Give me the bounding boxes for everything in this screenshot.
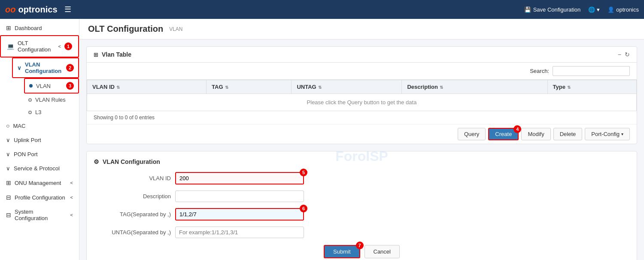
- sidebar-item-label: PON Port: [14, 151, 38, 157]
- sidebar-item-olt-config[interactable]: 💻 OLT Configuration < 1: [0, 35, 79, 57]
- sidebar-item-vlan-config[interactable]: ∨ VLAN Configuration 2: [12, 57, 79, 78]
- system-icon: ⊟: [6, 212, 11, 218]
- sidebar-item-label: Uplink Port: [14, 137, 41, 143]
- logo-text: oo: [5, 5, 15, 15]
- modify-button[interactable]: Modify: [521, 128, 550, 140]
- vlan-config-title: VLAN Configuration: [103, 158, 160, 165]
- delete-button[interactable]: Delete: [553, 128, 583, 140]
- sidebar-item-profile-config[interactable]: ⊟ Profile Configuration <: [0, 190, 79, 205]
- hamburger-icon[interactable]: ☰: [64, 5, 71, 14]
- refresh-button[interactable]: ↻: [625, 51, 630, 58]
- dashboard-icon: ⊞: [6, 24, 11, 31]
- save-config-label: Save Configuration: [533, 6, 581, 13]
- search-bar: Search:: [87, 63, 637, 80]
- sidebar-item-pon-port[interactable]: ∨ PON Port: [0, 147, 79, 161]
- sort-description[interactable]: ⇅: [440, 85, 443, 90]
- sidebar-item-system-config[interactable]: ⊟ System Configuration <: [0, 205, 79, 225]
- onu-icon: ⊞: [6, 179, 11, 186]
- untag-input[interactable]: [175, 227, 304, 238]
- submit-wrapper: Submit 7: [324, 245, 360, 258]
- sidebar-item-uplink-port[interactable]: ∨ Uplink Port: [0, 133, 79, 147]
- form-actions: Submit 7 Cancel: [94, 245, 630, 258]
- dropdown-arrow-icon: ▾: [621, 132, 623, 136]
- user-icon: 👤: [608, 6, 614, 13]
- col-untag: UNTAG⇅: [292, 80, 402, 94]
- sort-tag[interactable]: ⇅: [225, 85, 228, 90]
- mac-icon: ○: [6, 122, 9, 129]
- badge-2: 2: [66, 64, 74, 72]
- port-config-button[interactable]: Port-Config ▾: [585, 128, 630, 140]
- sidebar-item-label: System Configuration: [15, 209, 67, 221]
- badge-6: 6: [300, 205, 307, 212]
- badge-7: 7: [356, 242, 364, 249]
- topnav: oooptronics ☰ 💾 Save Configuration 🌐 ▾ 👤…: [0, 0, 644, 19]
- tag-input[interactable]: [175, 208, 304, 221]
- olt-arrow: <: [58, 44, 61, 49]
- query-button[interactable]: Query: [458, 128, 486, 140]
- save-config-button[interactable]: 💾 Save Configuration: [524, 6, 581, 13]
- card-title: Vlan Table: [102, 51, 131, 58]
- vlan-id-label: VLAN ID: [94, 175, 171, 181]
- sidebar-sub-vlan: VLAN 3 VLAN Rules L3: [12, 78, 79, 118]
- sidebar-item-label: ONU Management: [15, 180, 61, 186]
- page-title: OLT Configuration: [88, 24, 163, 34]
- sidebar-item-onu-management[interactable]: ⊞ ONU Management <: [0, 175, 79, 190]
- search-input[interactable]: [553, 66, 630, 76]
- sort-untag[interactable]: ⇅: [318, 85, 322, 90]
- system-arrow: <: [70, 212, 73, 218]
- sidebar-item-service-protocol[interactable]: ∨ Service & Protocol: [0, 161, 79, 175]
- user-menu[interactable]: 👤 optronics: [608, 6, 639, 13]
- form-row-vlan-id: VLAN ID 5: [94, 172, 630, 184]
- col-type: Type⇅: [547, 80, 636, 94]
- vlan-id-field-wrapper: 5: [175, 172, 304, 184]
- vlan-config-form: ⚙ VLAN Configuration VLAN ID 5 Descripti…: [86, 151, 637, 260]
- table-header: VLAN ID⇅ TAG⇅ UNTAG⇅ Description⇅ Type⇅: [87, 80, 637, 94]
- vlan-config-header: ⚙ VLAN Configuration: [94, 158, 630, 165]
- badge-3: 3: [66, 82, 74, 90]
- save-icon: 💾: [524, 6, 531, 13]
- badge-5: 5: [300, 169, 307, 176]
- sort-vlan-id[interactable]: ⇅: [116, 85, 120, 90]
- create-button[interactable]: Create 4: [488, 128, 519, 140]
- vlan-table-card: ⊞ Vlan Table − ↻ Search:: [86, 46, 637, 144]
- vlan-table: VLAN ID⇅ TAG⇅ UNTAG⇅ Description⇅ Type⇅ …: [87, 80, 637, 111]
- col-vlan-id: VLAN ID⇅: [87, 80, 207, 94]
- form-row-description: Description: [94, 190, 630, 202]
- username-label: optronics: [616, 6, 639, 13]
- profile-arrow: <: [70, 195, 73, 200]
- description-label: Description: [94, 193, 171, 200]
- col-tag: TAG⇅: [207, 80, 292, 94]
- sidebar-item-label: L3: [35, 109, 41, 115]
- config-icon: ⚙: [94, 158, 99, 165]
- chevron-down-icon: ∨: [6, 137, 10, 143]
- topnav-right: 💾 Save Configuration 🌐 ▾ 👤 optronics: [524, 6, 639, 13]
- sidebar-item-label: Service & Protocol: [14, 165, 60, 172]
- page-header: OLT Configuration VLAN: [79, 19, 644, 39]
- sort-type[interactable]: ⇅: [567, 85, 571, 90]
- description-input[interactable]: [175, 190, 304, 202]
- sidebar-item-label: OLT Configuration: [18, 40, 55, 53]
- submit-button[interactable]: Submit: [324, 245, 360, 258]
- tag-label: TAG(Separated by ,): [94, 211, 171, 218]
- sidebar-item-mac[interactable]: ○ MAC: [0, 118, 79, 133]
- main-layout: ⊞ Dashboard 💻 OLT Configuration < 1 ∨ VL…: [0, 19, 644, 260]
- sidebar-item-vlan[interactable]: VLAN 3: [24, 78, 79, 94]
- cancel-button[interactable]: Cancel: [365, 245, 400, 258]
- sidebar-sub-vlan-group: ∨ VLAN Configuration 2 VLAN 3 VLAN Rules…: [0, 57, 79, 118]
- language-selector[interactable]: 🌐 ▾: [588, 6, 600, 13]
- form-row-untag: UNTAG(Separated by ,): [94, 227, 630, 238]
- l3-dot-icon: [28, 111, 32, 114]
- sidebar-item-l3[interactable]: L3: [24, 106, 79, 118]
- chevron-down-icon: ∨: [6, 151, 10, 157]
- onu-arrow: <: [70, 180, 73, 185]
- sidebar-item-dashboard[interactable]: ⊞ Dashboard: [0, 21, 79, 35]
- page-subtitle: VLAN: [169, 26, 182, 32]
- chevron-down-icon: ∨: [6, 165, 10, 172]
- sidebar-item-label: MAC: [13, 123, 25, 129]
- content-inner: ForoISP ⊞ Vlan Table − ↻ Search:: [79, 46, 644, 260]
- sidebar-item-vlan-rules[interactable]: VLAN Rules: [24, 94, 79, 106]
- minimize-button[interactable]: −: [618, 51, 621, 58]
- sidebar-item-label: VLAN Rules: [35, 97, 66, 103]
- no-data-message: Please click the Query button to get the…: [87, 94, 637, 111]
- vlan-id-input[interactable]: [175, 172, 304, 184]
